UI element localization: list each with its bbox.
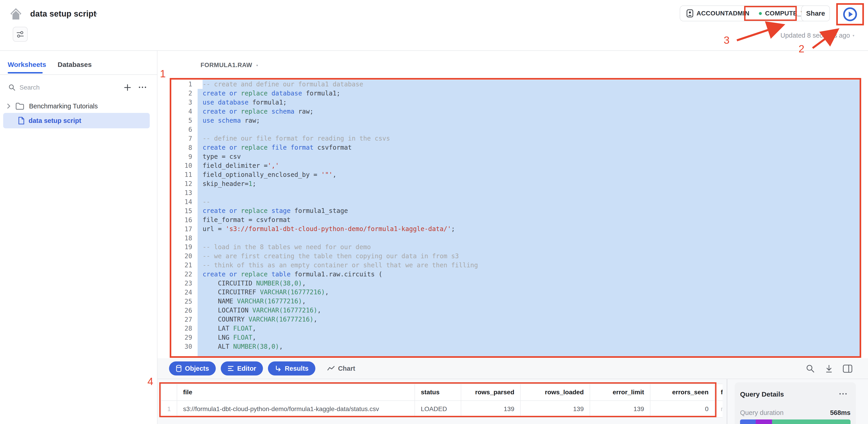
split-view-button[interactable] (843, 364, 852, 374)
code-line[interactable]: file_format = csvformat (197, 216, 860, 225)
tab-worksheets[interactable]: Worksheets (8, 61, 46, 68)
code-line[interactable] (197, 125, 860, 134)
filters-button[interactable] (13, 27, 28, 42)
code-row[interactable]: 5use schema raw; (171, 116, 860, 125)
code-row[interactable]: 28 LAT FLOAT, (171, 324, 860, 333)
code-row[interactable]: 3use database formula1; (171, 98, 860, 107)
code-row[interactable]: 27 COUNTRY VARCHAR(16777216), (171, 315, 860, 324)
cell-error_limit[interactable]: 139 (590, 401, 650, 417)
code-row[interactable]: 23 CIRCUITID NUMBER(38,0), (171, 279, 860, 288)
code-line[interactable]: CIRCUITID NUMBER(38,0), (197, 279, 860, 288)
code-row[interactable]: 15create or replace stage formula1_stage (171, 206, 860, 216)
code-line[interactable]: CIRCUITREF VARCHAR(16777216), (197, 288, 860, 297)
code-row[interactable]: 16file_format = csvformat (171, 216, 860, 225)
column-header-status[interactable]: status (415, 384, 461, 401)
query-details-menu-button[interactable] (839, 393, 847, 394)
code-line[interactable]: skip_header=1; (197, 180, 860, 188)
context-selector[interactable]: FORMULA1.RAW ▾ (200, 62, 258, 69)
results-toggle-button[interactable]: Results (268, 361, 315, 376)
code-line[interactable]: create or replace file format csvformat (197, 143, 860, 152)
code-row[interactable]: 22create or replace table formula1.raw.c… (171, 270, 860, 279)
download-results-button[interactable] (825, 364, 834, 374)
more-dots-icon (145, 87, 146, 88)
code-row[interactable]: 19-- load in the 8 tables we need for ou… (171, 242, 860, 252)
column-header-errors_seen[interactable]: errors_seen (650, 384, 715, 401)
cell-rows_loaded[interactable]: 139 (521, 401, 590, 417)
code-line[interactable]: type = csv (197, 152, 860, 161)
code-line[interactable] (197, 233, 860, 242)
code-row[interactable]: 9type = csv (171, 152, 860, 161)
column-header-file[interactable]: file (177, 384, 415, 401)
column-header-f[interactable]: f (715, 384, 722, 401)
code-row[interactable]: 11field_optionally_enclosed_by = '"', (171, 170, 860, 180)
chart-toggle-button[interactable]: Chart (327, 365, 355, 372)
code-row[interactable]: 25 NAME VARCHAR(16777216), (171, 297, 860, 306)
tab-databases[interactable]: Databases (58, 61, 92, 68)
code-row[interactable]: 1-- create and define our formula1 datab… (171, 80, 860, 89)
code-row[interactable]: 10field_delimiter =',' (171, 161, 860, 170)
column-header-error_limit[interactable]: error_limit (590, 384, 650, 401)
code-line[interactable]: create or replace database formula1; (197, 89, 860, 98)
cell-file[interactable]: s3://formula1-dbt-cloud-python-demo/form… (177, 401, 415, 417)
code-line[interactable]: NAME VARCHAR(16777216), (197, 297, 860, 306)
code-line[interactable]: -- load in the 8 tables we need for our … (197, 242, 860, 252)
code-line[interactable]: -- (197, 197, 860, 206)
updated-status[interactable]: Updated 8 seconds ago ▾ (780, 32, 855, 39)
role-selector[interactable]: ACCOUNTADMIN (686, 9, 749, 18)
code-line[interactable]: create or replace schema raw; (197, 107, 860, 116)
code-row[interactable]: 26 LOCATION VARCHAR(16777216), (171, 306, 860, 315)
results-scroll-divider[interactable] (727, 379, 727, 424)
cell-f[interactable]: n (715, 401, 722, 417)
code-row[interactable]: 20-- we are first creating the table the… (171, 252, 860, 261)
code-line[interactable]: field_delimiter =',' (197, 161, 860, 170)
objects-toggle-button[interactable]: Objects (169, 361, 216, 376)
code-row[interactable]: 12skip_header=1; (171, 180, 860, 188)
line-number: 21 (171, 261, 197, 269)
worksheet-item-selected[interactable]: data setup script (3, 113, 150, 128)
new-worksheet-button[interactable] (123, 83, 132, 93)
code-line[interactable]: use schema raw; (197, 116, 860, 125)
code-row[interactable]: 29 LNG FLOAT, (171, 333, 860, 342)
code-line[interactable]: create or replace stage formula1_stage (197, 206, 860, 216)
code-row[interactable]: 7-- define our file format for reading i… (171, 134, 860, 143)
column-header-rows_parsed[interactable]: rows_parsed (461, 384, 521, 401)
home-icon[interactable] (10, 8, 22, 20)
code-line[interactable]: use database formula1; (197, 98, 860, 107)
column-header-rows_loaded[interactable]: rows_loaded (521, 384, 590, 401)
code-line[interactable]: -- we are first creating the table then … (197, 252, 860, 261)
sql-editor[interactable]: 1-- create and define our formula1 datab… (171, 80, 860, 356)
code-line[interactable]: -- create and define our formula1 databa… (203, 80, 860, 89)
cell-status[interactable]: LOADED (415, 401, 461, 417)
code-row[interactable]: 13 (171, 188, 860, 197)
code-line[interactable]: COUNTRY VARCHAR(16777216), (197, 315, 860, 324)
code-row[interactable]: 6 (171, 125, 860, 134)
run-button[interactable] (839, 6, 861, 23)
code-line[interactable]: LAT FLOAT, (197, 324, 860, 333)
code-row[interactable]: 14-- (171, 197, 860, 206)
code-row[interactable]: 24 CIRCUITREF VARCHAR(16777216), (171, 288, 860, 297)
code-line[interactable]: url = 's3://formula1-dbt-cloud-python-de… (197, 225, 860, 233)
code-line[interactable]: ALT NUMBER(38,0), (197, 342, 860, 351)
share-button[interactable]: Share (801, 5, 830, 21)
code-line[interactable]: field_optionally_enclosed_by = '"', (197, 170, 860, 180)
code-row[interactable]: 4create or replace schema raw; (171, 107, 860, 116)
code-row[interactable]: 8create or replace file format csvformat (171, 143, 860, 152)
sidebar-more-button[interactable] (139, 87, 146, 88)
code-row[interactable]: 17url = 's3://formula1-dbt-cloud-python-… (171, 225, 860, 233)
code-line[interactable]: -- think of this as an empty container o… (197, 261, 860, 270)
code-line[interactable]: create or replace table formula1.raw.cir… (197, 270, 860, 279)
code-row[interactable]: 30 ALT NUMBER(38,0), (171, 342, 860, 351)
editor-toggle-button[interactable]: Editor (221, 361, 263, 376)
code-line[interactable]: LNG FLOAT, (197, 333, 860, 342)
code-row[interactable]: 21-- think of this as an empty container… (171, 261, 860, 270)
cell-rows_parsed[interactable]: 139 (461, 401, 521, 417)
code-line[interactable]: LOCATION VARCHAR(16777216), (197, 306, 860, 315)
worksheet-title[interactable]: data setup script (30, 9, 96, 19)
code-line[interactable] (197, 188, 860, 197)
code-line[interactable]: -- define our file format for reading in… (197, 134, 860, 143)
search-results-button[interactable] (806, 364, 815, 374)
folder-row-benchmarking-tutorials[interactable]: Benchmarking Tutorials (7, 100, 152, 112)
code-row[interactable]: 18 (171, 233, 860, 242)
code-row[interactable]: 2create or replace database formula1; (171, 89, 860, 98)
cell-errors_seen[interactable]: 0 (650, 401, 715, 417)
